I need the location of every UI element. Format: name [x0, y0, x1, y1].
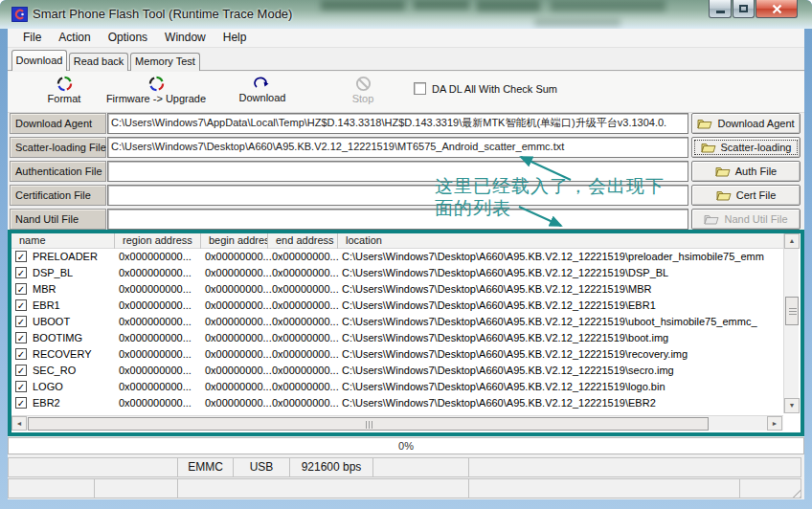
- row-region-address: 0x000000000...: [119, 249, 192, 265]
- row-region-address: 0x000000000...: [119, 395, 192, 411]
- row-begin-address: 0x00000000...: [205, 363, 272, 379]
- table-row[interactable]: ✓EBR10x000000000...0x00000000...0x000000…: [11, 298, 783, 314]
- auth-file-button-label: Auth File: [735, 166, 777, 177]
- table-row[interactable]: ✓SEC_RO0x000000000...0x00000000...0x0000…: [11, 363, 783, 379]
- folder-icon: [716, 189, 732, 201]
- vertical-scroll-thumb[interactable]: [785, 297, 799, 325]
- table-header: name region address begin address end ad…: [11, 233, 783, 249]
- menu-window[interactable]: Window: [156, 29, 214, 47]
- row-end-address: 0x00000000...: [272, 346, 339, 363]
- column-name[interactable]: name: [11, 233, 115, 249]
- row-name: DSP_BL: [33, 265, 115, 281]
- close-button[interactable]: [756, 0, 798, 18]
- table-row[interactable]: ✓LOGO0x000000000...0x00000000...0x000000…: [11, 379, 783, 395]
- row-location: C:\Users\Windows7\Desktop\A660\A95.KB.V2…: [342, 330, 781, 346]
- horizontal-scroll-thumb[interactable]: [28, 417, 709, 431]
- row-checkbox[interactable]: ✓: [15, 365, 27, 376]
- download-button[interactable]: Download: [224, 76, 301, 103]
- table-rows: ✓PRELOADER0x000000000...0x00000000...0x0…: [11, 249, 783, 411]
- status-cell-port: USB: [233, 457, 290, 477]
- scroll-right-icon[interactable]: ►: [767, 416, 782, 431]
- download-agent-button-label: Download Agent: [717, 118, 794, 129]
- table-row[interactable]: ✓RECOVERY0x000000000...0x00000000...0x00…: [11, 346, 783, 363]
- download-icon: [254, 76, 271, 91]
- firmware-upgrade-icon: [148, 76, 165, 92]
- row-checkbox[interactable]: ✓: [15, 316, 27, 327]
- scatter-loading-button[interactable]: Scatter-loading: [691, 137, 801, 158]
- app-icon: [11, 7, 28, 22]
- row-begin-address: 0x00000000...: [205, 281, 272, 298]
- menu-bar: File Action Options Window Help: [8, 29, 804, 48]
- row-checkbox[interactable]: ✓: [15, 267, 27, 278]
- table-row[interactable]: ✓PRELOADER0x000000000...0x00000000...0x0…: [11, 249, 783, 265]
- menu-file[interactable]: File: [14, 29, 50, 47]
- row-checkbox[interactable]: ✓: [15, 348, 27, 360]
- tab-download[interactable]: Download: [11, 50, 67, 71]
- column-begin-address[interactable]: begin address: [201, 233, 268, 249]
- row-region-address: 0x000000000...: [119, 346, 192, 363]
- menu-action[interactable]: Action: [50, 29, 99, 47]
- auth-file-label: Authentication File: [10, 161, 106, 182]
- row-checkbox[interactable]: ✓: [15, 299, 27, 311]
- title-bar: Smart Phone Flash Tool (Runtime Trace Mo…: [0, 0, 812, 29]
- table-row[interactable]: ✓EBR20x000000000...0x00000000...0x000000…: [11, 395, 783, 411]
- firmware-upgrade-label: Firmware -> Upgrade: [106, 93, 206, 104]
- cert-file-button[interactable]: Cert File: [691, 185, 801, 206]
- scroll-up-icon[interactable]: ▲: [784, 233, 800, 249]
- status-cell-storage: EMMC: [177, 457, 234, 477]
- stop-label: Stop: [352, 93, 374, 104]
- minimize-button[interactable]: [709, 0, 732, 18]
- nand-util-button-label: Nand Util File: [724, 213, 787, 225]
- client-area: File Action Options Window Help Download…: [8, 29, 804, 499]
- firmware-upgrade-button[interactable]: Firmware -> Upgrade: [99, 76, 214, 104]
- column-end-address[interactable]: end address: [268, 233, 338, 249]
- menu-options[interactable]: Options: [100, 29, 156, 47]
- column-region-address[interactable]: region address: [115, 233, 201, 249]
- download-agent-button[interactable]: Download Agent: [691, 113, 801, 134]
- row-end-address: 0x00000000...: [272, 330, 339, 346]
- scatter-file-label: Scatter-loading File: [10, 137, 106, 158]
- checksum-checkbox[interactable]: [414, 82, 426, 95]
- scroll-left-icon[interactable]: ◄: [11, 416, 27, 431]
- tab-strip: Download Read back Memory Test: [8, 48, 804, 71]
- row-name: PRELOADER: [33, 249, 115, 265]
- format-button[interactable]: Format: [25, 76, 103, 104]
- row-location: C:\Users\Windows7\Desktop\A660\A95.KB.V2…: [342, 298, 781, 314]
- row-end-address: 0x00000000...: [272, 314, 339, 330]
- glass-reflection: [534, 18, 620, 27]
- stop-button: Stop: [325, 76, 401, 104]
- row-region-address: 0x000000000...: [119, 281, 192, 298]
- maximize-button[interactable]: [733, 0, 755, 18]
- folder-icon: [704, 213, 719, 225]
- row-checkbox[interactable]: ✓: [15, 283, 27, 295]
- horizontal-scrollbar[interactable]: ◄ ►: [11, 415, 783, 431]
- table-row[interactable]: ✓MBR0x000000000...0x00000000...0x0000000…: [11, 281, 783, 298]
- auth-file-button[interactable]: Auth File: [691, 161, 801, 182]
- table-row[interactable]: ✓BOOTIMG0x000000000...0x00000000...0x000…: [11, 330, 783, 346]
- status-cell-empty: [468, 478, 740, 498]
- scroll-down-icon[interactable]: ▼: [784, 398, 800, 413]
- glass-reflection: [551, 0, 665, 11]
- scatter-file-input[interactable]: C:\Users\Windows7\Desktop\A660\A95.KB.V2…: [107, 137, 688, 158]
- row-checkbox[interactable]: ✓: [15, 251, 27, 262]
- row-end-address: 0x00000000...: [272, 249, 339, 265]
- row-begin-address: 0x00000000...: [205, 346, 272, 363]
- cert-file-label: Certification File: [10, 185, 106, 206]
- tab-read-back[interactable]: Read back: [69, 53, 128, 71]
- status-cell-empty: [372, 457, 469, 477]
- menu-help[interactable]: Help: [214, 29, 256, 47]
- scatter-loading-button-label: Scatter-loading: [721, 142, 792, 153]
- tab-memory-test[interactable]: Memory Test: [130, 53, 200, 71]
- row-checkbox[interactable]: ✓: [15, 381, 27, 392]
- vertical-scrollbar[interactable]: ▲ ▼: [783, 233, 799, 413]
- row-checkbox[interactable]: ✓: [15, 397, 27, 409]
- download-agent-input[interactable]: C:\Users\Windows7\AppData\Local\Temp\HZ$…: [107, 113, 688, 134]
- row-begin-address: 0x00000000...: [205, 330, 272, 346]
- row-name: LOGO: [33, 379, 115, 395]
- maximize-icon: [739, 5, 748, 12]
- row-checkbox[interactable]: ✓: [15, 332, 27, 343]
- column-location[interactable]: location: [338, 233, 783, 249]
- table-row[interactable]: ✓UBOOT0x000000000...0x00000000...0x00000…: [11, 314, 783, 330]
- table-row[interactable]: ✓DSP_BL0x000000000...0x00000000...0x0000…: [11, 265, 783, 281]
- status-cell-empty: [177, 478, 469, 498]
